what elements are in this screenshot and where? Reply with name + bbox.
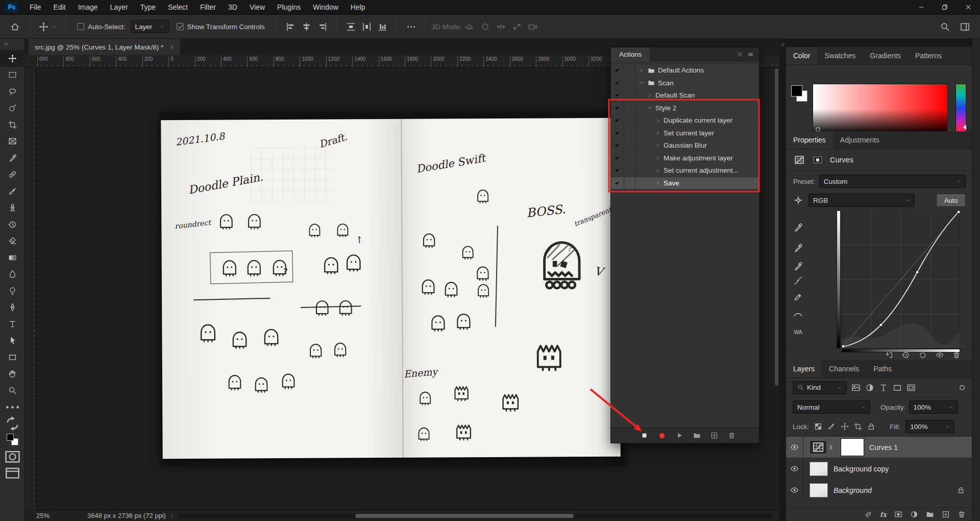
auto-select-toggle[interactable]: Auto-Select: — [77, 23, 126, 31]
menu-view[interactable]: View — [243, 0, 271, 15]
more-options-icon[interactable] — [406, 22, 416, 32]
tool-crop[interactable] — [0, 116, 25, 133]
auto-select-checkbox[interactable] — [77, 23, 84, 30]
search-icon[interactable] — [940, 22, 950, 32]
action-enabled-check-icon[interactable] — [611, 77, 624, 89]
white-point-eyedropper-icon[interactable] — [793, 262, 803, 271]
tab-adjustments[interactable]: Adjustments — [833, 131, 887, 149]
delete-adjustment-icon[interactable] — [952, 351, 961, 359]
action-row[interactable]: Style 2 — [611, 102, 759, 115]
new-action-set-button[interactable] — [693, 432, 701, 439]
filter-toggle-icon[interactable] — [958, 383, 967, 392]
delete-action-button[interactable] — [728, 432, 736, 439]
distribute-spacing-icon[interactable] — [378, 22, 387, 32]
action-enabled-check-icon[interactable] — [611, 102, 624, 114]
black-point-eyedropper-icon[interactable] — [793, 223, 803, 232]
minimize-button[interactable] — [910, 0, 933, 15]
tool-frame[interactable] — [0, 133, 25, 150]
foreground-background-colors[interactable] — [0, 432, 25, 448]
horizontal-scroll-thumb[interactable] — [355, 514, 574, 518]
new-group-icon[interactable] — [926, 510, 934, 518]
filter-smart-objects-icon[interactable] — [906, 383, 916, 392]
menu-image[interactable]: Image — [72, 0, 104, 15]
record-button[interactable] — [658, 432, 666, 440]
visibility-toggle-icon[interactable] — [786, 437, 803, 458]
layer-thumbnail[interactable] — [810, 483, 828, 498]
tool-clone-stamp[interactable] — [0, 200, 25, 217]
action-row[interactable]: Set current adjustment... — [611, 164, 759, 177]
add-mask-icon[interactable] — [894, 510, 902, 518]
stop-recording-button[interactable] — [641, 432, 648, 439]
toggle-visibility-icon[interactable] — [936, 351, 944, 359]
visibility-toggle-icon[interactable] — [786, 458, 803, 480]
menu-layer[interactable]: Layer — [104, 0, 134, 15]
action-row[interactable]: Default Scan — [611, 89, 759, 102]
dialog-toggle-cell[interactable] — [624, 139, 635, 152]
actions-panel-title[interactable]: Actions — [611, 48, 650, 61]
menu-edit[interactable]: Edit — [47, 0, 72, 15]
tool-healing-brush[interactable] — [0, 167, 25, 183]
collapse-chevron-icon[interactable] — [647, 105, 653, 111]
action-row[interactable]: Scan — [611, 77, 759, 90]
foreground-color-swatch[interactable] — [791, 85, 802, 97]
screen-mode-icon[interactable] — [0, 465, 25, 482]
dialog-toggle-cell[interactable] — [624, 127, 635, 139]
tab-paths[interactable]: Paths — [866, 360, 899, 377]
view-previous-state-icon[interactable] — [902, 351, 910, 359]
action-row[interactable]: Save — [611, 177, 759, 190]
layer-thumbnail[interactable] — [810, 462, 828, 476]
saturation-brightness-field[interactable] — [813, 84, 947, 134]
play-action-button[interactable] — [676, 432, 683, 439]
lock-artboard-icon[interactable] — [854, 422, 862, 431]
show-transform-checkbox[interactable] — [177, 23, 184, 30]
filter-pixel-layers-icon[interactable] — [851, 383, 861, 392]
action-enabled-check-icon[interactable] — [611, 64, 624, 77]
lock-all-icon[interactable] — [867, 422, 875, 431]
layer-name[interactable]: Curves 1 — [869, 443, 898, 452]
filter-shape-layers-icon[interactable] — [893, 383, 902, 392]
vertical-scroll-thumb[interactable] — [775, 68, 778, 386]
tool-brush[interactable] — [0, 183, 25, 200]
layer-style-icon[interactable]: fx — [880, 511, 887, 518]
auto-button[interactable]: Auto — [936, 194, 966, 207]
link-layers-icon[interactable] — [864, 510, 872, 518]
action-enabled-check-icon[interactable] — [611, 114, 624, 127]
visibility-toggle-icon[interactable] — [786, 480, 803, 501]
new-layer-icon[interactable] — [942, 510, 950, 518]
menu-3d[interactable]: 3D — [222, 0, 243, 15]
tool-path-selection[interactable] — [0, 333, 25, 349]
mask-badge-icon[interactable] — [812, 155, 824, 165]
menu-plugins[interactable]: Plugins — [271, 0, 307, 15]
action-enabled-check-icon[interactable] — [611, 127, 624, 139]
tool-quick-selection[interactable] — [0, 100, 25, 117]
layer-row-curves-1[interactable]: Curves 1 — [786, 437, 972, 458]
dialog-toggle-cell[interactable] — [624, 89, 635, 102]
status-chevron-icon[interactable] — [169, 513, 175, 518]
show-transform-toggle[interactable]: Show Transform Controls — [177, 23, 265, 31]
menu-help[interactable]: Help — [345, 0, 372, 15]
tab-close-icon[interactable] — [169, 44, 175, 50]
align-right-edges-icon[interactable] — [317, 22, 327, 32]
tool-history-brush[interactable] — [0, 216, 25, 233]
action-enabled-check-icon[interactable] — [611, 177, 624, 190]
tool-rectangular-marquee[interactable] — [0, 67, 25, 84]
workspace-switcher-icon[interactable] — [960, 22, 970, 32]
menu-filter[interactable]: Filter — [194, 0, 222, 15]
align-horizontal-centers-icon[interactable] — [302, 22, 311, 32]
collapse-panels-icon[interactable] — [780, 42, 786, 48]
align-left-edges-icon[interactable] — [286, 22, 296, 32]
menu-select[interactable]: Select — [162, 0, 194, 15]
hue-slider-thumb[interactable] — [963, 125, 966, 130]
targeted-adjustment-icon[interactable] — [793, 195, 803, 205]
collapse-chevron-icon[interactable] — [639, 80, 645, 86]
expand-chevron-icon[interactable] — [639, 67, 645, 74]
document-tab[interactable]: src.jpg @ 25% (Curves 1, Layer Mask/8) * — [29, 39, 181, 55]
adjustment-layer-thumbnail[interactable] — [810, 440, 827, 454]
lock-position-icon[interactable] — [841, 422, 849, 431]
dialog-toggle-cell[interactable] — [624, 152, 635, 164]
delete-layer-icon[interactable] — [958, 510, 966, 518]
lock-transparency-icon[interactable] — [814, 422, 822, 431]
expand-chevron-icon[interactable] — [655, 168, 661, 174]
action-enabled-check-icon[interactable] — [611, 164, 624, 177]
auto-select-target-dropdown[interactable]: Layer — [131, 20, 169, 33]
